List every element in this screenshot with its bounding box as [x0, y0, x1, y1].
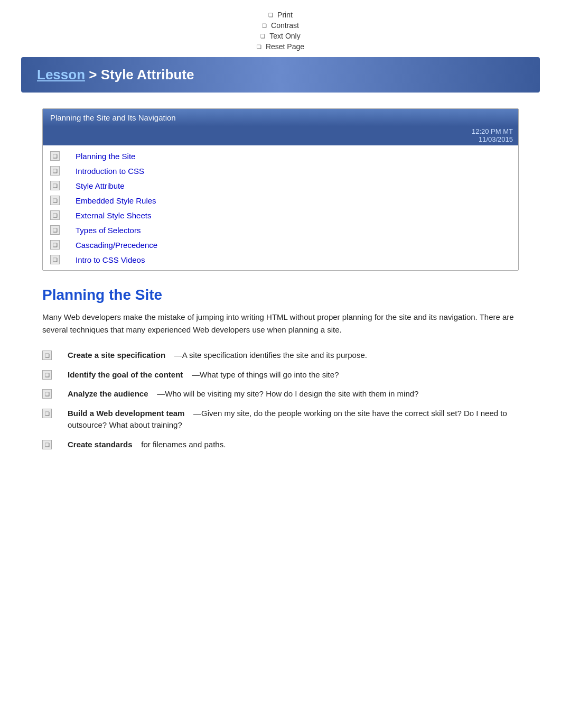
list-item: ❑ Build a Web development team —Given my…: [42, 404, 519, 435]
li-bullet-2: ❑: [42, 389, 52, 399]
print-label: Print: [277, 11, 293, 19]
nav-bullet-1: ❑: [50, 166, 60, 176]
li-text-3: Build a Web development team —Given my s…: [68, 408, 519, 431]
nav-bullet-7: ❑: [50, 255, 60, 264]
li-bullet-3: ❑: [42, 409, 52, 418]
nav-box-time: 12:20 PM MT 11/03/2015: [43, 126, 518, 145]
breadcrumb-current: Style Attribute: [101, 67, 194, 82]
nav-link-style-attr[interactable]: Style Attribute: [76, 181, 125, 190]
nav-bullet-0: ❑: [50, 151, 60, 161]
list-item: ❑ Planning the Site: [43, 149, 518, 163]
list-item: ❑ Style Attribute: [43, 178, 518, 193]
li-term-3: Build a Web development team: [68, 409, 184, 418]
list-item: ❑ External Style Sheets: [43, 208, 518, 223]
li-bullet-4: ❑: [42, 440, 52, 449]
list-item: ❑ Analyze the audience —Who will be visi…: [42, 384, 519, 404]
li-term-0: Create a site specification: [68, 351, 165, 360]
text-only-bullet: ❑: [260, 33, 265, 39]
li-def-2: —Who will be visiting my site? How do I …: [157, 389, 418, 398]
nav-bullet-4: ❑: [50, 210, 60, 220]
reset-bullet: ❑: [257, 44, 261, 50]
contrast-bullet: ❑: [262, 23, 267, 29]
li-text-4: Create standards for filenames and paths…: [68, 439, 519, 451]
nav-bullet-5: ❑: [50, 225, 60, 235]
nav-link-external[interactable]: External Style Sheets: [76, 211, 151, 220]
nav-box-header: Planning the Site and Its Navigation: [43, 109, 518, 126]
li-text-0: Create a site specification —A site spec…: [68, 349, 519, 362]
contrast-button[interactable]: ❑ Contrast: [262, 21, 299, 30]
nav-link-embedded[interactable]: Embedded Style Rules: [76, 196, 156, 205]
nav-box: Planning the Site and Its Navigation 12:…: [42, 108, 519, 271]
list-item: ❑ Create a site specification —A site sp…: [42, 346, 519, 365]
print-button[interactable]: ❑ Print: [268, 11, 293, 19]
text-only-label: Text Only: [269, 32, 300, 40]
li-bullet-0: ❑: [42, 351, 52, 360]
toolbar: ❑ Print ❑ Contrast ❑ Text Only ❑ Reset P…: [0, 0, 561, 57]
li-def-1: —What type of things will go into the si…: [192, 370, 339, 379]
li-text-1: Identify the goal of the content —What t…: [68, 369, 519, 381]
reset-label: Reset Page: [266, 42, 304, 51]
nav-date: 11/03/2015: [479, 135, 513, 143]
nav-list: ❑ Planning the Site ❑ Introduction to CS…: [43, 145, 518, 270]
list-item: ❑ Introduction to CSS: [43, 163, 518, 178]
li-term-2: Analyze the audience: [68, 389, 148, 398]
contrast-label: Contrast: [271, 21, 299, 30]
list-item: ❑ Embedded Style Rules: [43, 193, 518, 208]
li-term-1: Identify the goal of the content: [68, 370, 183, 379]
lesson-link[interactable]: Lesson: [37, 67, 85, 82]
section-intro: Many Web developers make the mistake of …: [42, 311, 519, 336]
nav-time: 12:20 PM MT: [472, 127, 513, 135]
nav-bullet-6: ❑: [50, 240, 60, 250]
nav-link-cascading[interactable]: Cascading/Precedence: [76, 241, 157, 250]
list-item: ❑ Cascading/Precedence: [43, 237, 518, 252]
nav-bullet-2: ❑: [50, 181, 60, 190]
list-item: ❑ Intro to CSS Videos: [43, 252, 518, 267]
nav-link-videos[interactable]: Intro to CSS Videos: [76, 255, 145, 264]
li-def-0: —A site specification identifies the sit…: [174, 351, 367, 360]
list-item: ❑ Identify the goal of the content —What…: [42, 365, 519, 385]
list-item: ❑ Create standards for filenames and pat…: [42, 435, 519, 455]
li-text-2: Analyze the audience —Who will be visiti…: [68, 388, 519, 400]
list-item: ❑ Types of Selectors: [43, 223, 518, 237]
li-term-4: Create standards: [68, 440, 133, 449]
nav-bullet-3: ❑: [50, 196, 60, 205]
nav-link-intro-css[interactable]: Introduction to CSS: [76, 167, 144, 176]
nav-link-selectors[interactable]: Types of Selectors: [76, 226, 141, 235]
print-bullet: ❑: [268, 12, 273, 18]
section-title: Planning the Site: [42, 287, 519, 303]
main-content: Planning the Site and Its Navigation 12:…: [42, 93, 519, 454]
breadcrumb-separator: >: [85, 67, 101, 82]
content-list: ❑ Create a site specification —A site sp…: [42, 346, 519, 454]
li-def-4: for filenames and paths.: [141, 440, 226, 449]
text-only-button[interactable]: ❑ Text Only: [260, 32, 300, 40]
breadcrumb-bar: Lesson > Style Attribute: [21, 57, 540, 93]
li-bullet-1: ❑: [42, 370, 52, 380]
nav-link-planning[interactable]: Planning the Site: [76, 152, 135, 161]
reset-page-button[interactable]: ❑ Reset Page: [257, 42, 304, 51]
